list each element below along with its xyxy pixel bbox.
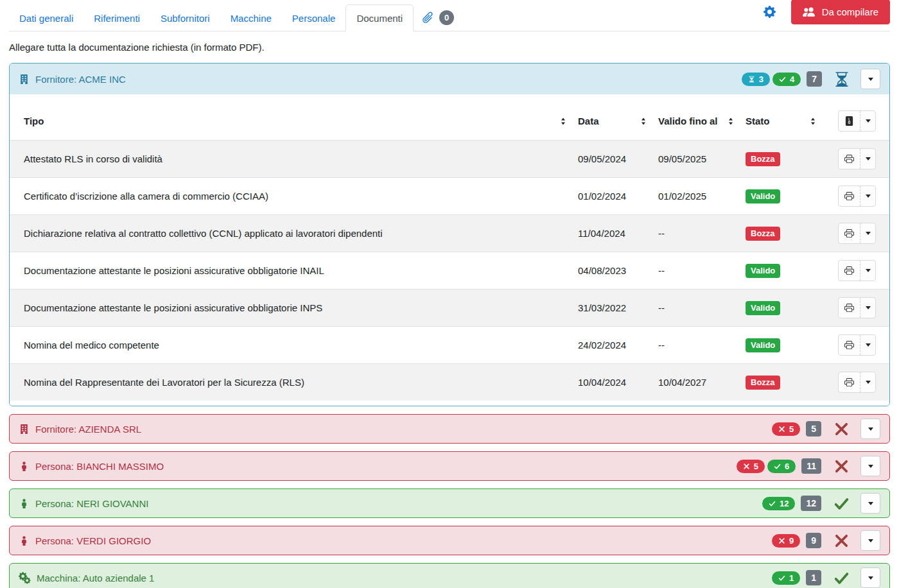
print-dropdown-toggle[interactable]	[860, 223, 875, 243]
hourglass-icon	[748, 76, 755, 83]
panel-dropdown-button[interactable]	[860, 567, 880, 588]
panel-badges: 5 6 11	[737, 456, 880, 476]
panel-dropdown-button[interactable]	[860, 530, 880, 551]
print-dropdown-toggle[interactable]	[860, 149, 875, 169]
settings-gear-icon[interactable]	[764, 6, 776, 18]
print-split-button[interactable]	[838, 260, 876, 281]
panel-title: Persona: NERI GIOVANNI	[35, 498, 148, 509]
fail-status-x-icon	[834, 421, 850, 437]
print-split-button[interactable]	[838, 334, 876, 356]
doc-data: 09/05/2024	[573, 141, 653, 178]
supplier-panel-azienda-srl[interactable]: Fornitore: AZIENDA SRL 5 5	[9, 414, 890, 444]
print-split-button[interactable]	[838, 297, 876, 318]
print-button[interactable]	[839, 372, 860, 392]
print-button[interactable]	[839, 335, 860, 355]
print-dropdown-toggle[interactable]	[860, 372, 875, 392]
panel-badges: 5 5	[772, 419, 880, 439]
caret-down-icon	[866, 157, 871, 160]
fail-count-pill: 5	[772, 422, 800, 436]
acme-panel-title: Fornitore: ACME INC	[35, 74, 126, 85]
sort-icon[interactable]	[808, 117, 817, 126]
printer-icon	[844, 340, 854, 350]
table-row: Nomina del medico competente 24/02/2024 …	[10, 327, 889, 364]
print-split-button[interactable]	[838, 186, 876, 207]
machine-panel-auto-aziendale-1[interactable]: Macchina: Auto aziendale 1 1 1	[9, 563, 890, 588]
panel-title: Persona: VERDI GIORGIO	[35, 535, 151, 546]
paperclip-icon	[419, 8, 438, 28]
tab-riferimenti[interactable]: Riferimenti	[83, 5, 150, 31]
total-count-badge: 11	[801, 458, 821, 474]
fail-count-pill: 9	[772, 534, 800, 548]
table-row: Attestato RLS in corso di validità 09/05…	[10, 141, 889, 178]
status-badge: Valido	[746, 338, 780, 352]
people-icon	[803, 6, 815, 18]
print-button[interactable]	[839, 298, 860, 318]
doc-valido-fino-al: --	[653, 327, 740, 364]
doc-tipo: Documentazione attestante le posizioni a…	[10, 252, 573, 290]
da-compilare-button[interactable]: Da compilare	[791, 0, 890, 24]
print-button[interactable]	[839, 186, 860, 206]
tab-macchine[interactable]: Macchine	[220, 5, 282, 31]
panel-dropdown-button[interactable]	[860, 419, 880, 439]
printer-icon	[844, 266, 854, 275]
print-split-button[interactable]	[838, 148, 876, 169]
total-count-badge: 12	[801, 496, 821, 511]
person-panel-neri-giovanni[interactable]: Persona: NERI GIOVANNI 12 12	[9, 489, 890, 518]
caret-down-icon	[868, 78, 873, 81]
person-panel-verdi-giorgio[interactable]: Persona: VERDI GIORGIO 9 9	[9, 526, 890, 555]
print-button[interactable]	[839, 223, 860, 243]
caret-down-icon	[866, 232, 871, 235]
caret-down-icon	[866, 306, 871, 309]
fail-status-x-icon	[834, 533, 850, 549]
acme-panel-badges: 3 4 7	[742, 69, 880, 89]
column-header-data: Data	[573, 102, 653, 141]
gears-icon	[19, 572, 31, 584]
table-row: Certificato d’iscrizione alla camera di …	[10, 178, 889, 215]
caret-down-icon	[868, 576, 873, 580]
panel-dropdown-button[interactable]	[860, 493, 880, 514]
tab-subfornitori[interactable]: Subfornitori	[150, 5, 220, 31]
tab-bar: Dati generali Riferimenti Subfornitori M…	[9, 0, 890, 31]
total-count-badge: 5	[806, 421, 821, 437]
status-badge: Bozza	[746, 227, 780, 241]
x-icon	[743, 463, 750, 470]
caret-down-icon	[866, 381, 871, 384]
tab-dati-generali[interactable]: Dati generali	[9, 5, 83, 31]
total-count-badge: 9	[806, 533, 821, 548]
sort-icon[interactable]	[726, 117, 735, 126]
tab-personale[interactable]: Personale	[282, 5, 346, 31]
print-dropdown-toggle[interactable]	[860, 186, 875, 206]
sort-icon[interactable]	[639, 117, 648, 126]
print-dropdown-toggle[interactable]	[860, 335, 875, 355]
doc-valido-fino-al: 01/02/2025	[653, 178, 740, 215]
print-split-button[interactable]	[838, 223, 876, 244]
print-dropdown-toggle[interactable]	[860, 261, 875, 281]
check-icon	[769, 500, 776, 507]
panel-badges: 9 9	[772, 530, 880, 551]
sort-icon[interactable]	[559, 117, 568, 126]
pending-count: 3	[759, 74, 764, 84]
print-split-button[interactable]	[838, 372, 876, 393]
export-all-split-button[interactable]	[838, 110, 876, 132]
print-dropdown-toggle[interactable]	[860, 298, 875, 318]
valid-count-pill: 4	[772, 73, 801, 86]
export-zip-button[interactable]	[839, 111, 860, 131]
tab-documenti[interactable]: Documenti	[345, 4, 414, 31]
doc-valido-fino-al: --	[653, 215, 740, 252]
total-count-badge: 7	[807, 71, 822, 87]
fail-count-pill: 5	[737, 460, 765, 473]
acme-panel-header[interactable]: Fornitore: ACME INC 3 4 7	[10, 64, 889, 94]
supplier-panel-acme: Fornitore: ACME INC 3 4 7	[9, 63, 890, 406]
status-badge: Valido	[746, 264, 780, 278]
print-button[interactable]	[839, 149, 860, 169]
print-button[interactable]	[839, 261, 860, 281]
ok-status-check-icon	[834, 570, 850, 586]
panel-dropdown-button[interactable]	[860, 456, 880, 476]
doc-tipo: Documentazione attestante le posizioni a…	[10, 290, 573, 327]
acme-panel-dropdown-button[interactable]	[860, 69, 880, 89]
person-icon	[19, 535, 30, 546]
tab-actions: Da compilare	[764, 0, 890, 31]
export-dropdown-toggle[interactable]	[860, 111, 875, 131]
column-header-tipo: Tipo	[10, 102, 573, 141]
person-panel-bianchi-massimo[interactable]: Persona: BIANCHI MASSIMO 5 6 11	[9, 451, 890, 481]
